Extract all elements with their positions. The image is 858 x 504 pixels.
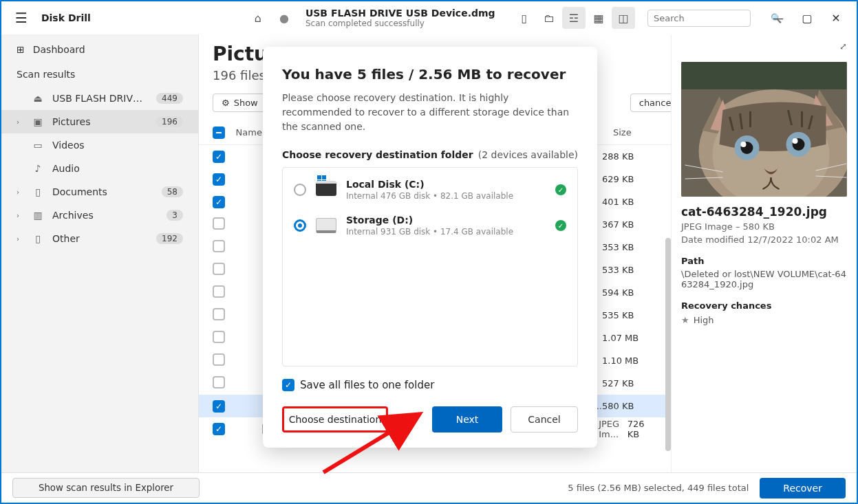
chances-filter-button[interactable]: chances xyxy=(630,94,671,112)
file-size: 288 KB xyxy=(602,151,657,162)
date-modified-label: Date modified xyxy=(681,234,744,245)
row-checkbox[interactable] xyxy=(213,308,225,320)
destination-local-disk[interactable]: Local Disk (C:) Internal 476 GB disk • 8… xyxy=(283,172,577,208)
minimize-button[interactable]: — xyxy=(764,7,792,29)
disk-icon xyxy=(316,218,336,233)
selection-status: 5 files (2.56 MB) selected, 449 files to… xyxy=(200,483,760,493)
chevron-right-icon[interactable]: › xyxy=(17,118,23,126)
preview-image xyxy=(681,62,847,197)
file-size: 580 KB xyxy=(602,401,657,411)
grid-view-icon[interactable]: ▦ xyxy=(587,7,610,29)
open-external-icon[interactable]: ⤢ xyxy=(839,41,847,52)
recover-button[interactable]: Recover xyxy=(760,478,846,498)
svg-point-9 xyxy=(793,138,798,144)
scrollbar[interactable] xyxy=(665,238,671,451)
show-in-explorer-button[interactable]: Show scan results in Explorer xyxy=(12,478,200,498)
chevron-right-icon[interactable]: › xyxy=(17,235,23,243)
row-checkbox[interactable]: ✓ xyxy=(213,400,225,413)
destination-storage[interactable]: Storage (D:) Internal 931 GB disk • 17.4… xyxy=(283,208,577,243)
sidebar-drive[interactable]: ⏏ USB FLASH DRIVE USB... 449 xyxy=(1,87,198,110)
check-icon: ✓ xyxy=(555,220,566,231)
destination-sub: Internal 931 GB disk • 17.4 GB available xyxy=(346,227,546,237)
row-checkbox[interactable] xyxy=(213,263,225,275)
close-button[interactable]: ✕ xyxy=(822,7,850,29)
row-checkbox[interactable] xyxy=(213,217,225,230)
preview-panel: ⤢ xyxy=(671,34,857,472)
hamburger-icon[interactable]: ☰ xyxy=(8,7,34,29)
destination-name: Local Disk (C:) xyxy=(346,179,546,190)
column-size[interactable]: Size xyxy=(613,127,657,138)
row-checkbox[interactable] xyxy=(213,376,225,388)
save-to-one-folder-checkbox[interactable]: ✓ xyxy=(282,379,294,391)
row-checkbox[interactable] xyxy=(213,353,225,366)
maximize-button[interactable]: ▢ xyxy=(793,7,821,29)
folder-icon[interactable]: 🗀 xyxy=(537,7,561,29)
file-size: 353 KB xyxy=(602,242,657,252)
documents-icon: ▯ xyxy=(32,186,44,197)
file-size: 535 KB xyxy=(602,310,657,320)
cancel-button[interactable]: Cancel xyxy=(511,406,578,432)
sidebar-item-documents[interactable]: › ▯ Documents 58 xyxy=(1,180,198,204)
column-name[interactable]: Name xyxy=(236,127,262,138)
search-field[interactable] xyxy=(654,13,771,23)
save-to-one-folder-label: Save all files to one folder xyxy=(300,379,434,391)
search-input[interactable]: 🔍 xyxy=(647,10,751,27)
file-size: 401 KB xyxy=(602,197,657,207)
home-icon[interactable]: ⌂ xyxy=(249,12,267,25)
drive-label: USB FLASH DRIVE USB... xyxy=(52,93,148,104)
row-checkbox[interactable]: ✓ xyxy=(213,423,225,435)
row-checkbox[interactable]: ✓ xyxy=(213,196,225,208)
destination-name: Storage (D:) xyxy=(346,215,546,226)
list-view-icon[interactable]: ☲ xyxy=(562,7,586,29)
next-button[interactable]: Next xyxy=(432,406,502,432)
star-icon: ★ xyxy=(681,315,689,325)
app-name: Disk Drill xyxy=(41,12,91,23)
dashboard-nav[interactable]: ⊞ Dashboard xyxy=(1,37,198,62)
file-size: 594 KB xyxy=(602,287,657,298)
radio-button[interactable] xyxy=(294,219,306,232)
row-checkbox[interactable]: ✓ xyxy=(213,151,225,163)
sidebar-item-videos[interactable]: ▭ Videos xyxy=(1,133,198,157)
choose-destination-button[interactable]: Choose destination xyxy=(282,406,388,432)
device-title: USB FLASH DRIVE USB Device.dmg xyxy=(305,8,495,19)
sidebar-item-audio[interactable]: ♪ Audio xyxy=(1,157,198,180)
pictures-icon: ▣ xyxy=(32,116,44,127)
file-icon[interactable]: ▯ xyxy=(513,7,536,29)
drive-icon: ⏏ xyxy=(32,93,44,104)
sidebar-item-other[interactable]: › ▯ Other 192 xyxy=(1,227,198,250)
destination-list: Local Disk (C:) Internal 476 GB disk • 8… xyxy=(282,167,578,366)
cat-image xyxy=(681,62,847,197)
dashboard-label: Dashboard xyxy=(33,44,85,55)
chevron-right-icon[interactable]: › xyxy=(17,188,23,196)
filter-icon: ⚙ xyxy=(222,98,230,108)
file-size: 1.10 MB xyxy=(602,355,657,366)
destination-label: Choose recovery destination folder xyxy=(282,149,473,160)
modal-title: You have 5 files / 2.56 MB to recover xyxy=(282,66,578,83)
row-checkbox[interactable] xyxy=(213,285,225,298)
path-value: \Deleted or lost\NEW VOLUME\cat-6463284_… xyxy=(681,269,847,289)
radio-button[interactable] xyxy=(294,184,306,196)
show-filter-button[interactable]: ⚙ Show xyxy=(213,94,267,112)
device-info: USB FLASH DRIVE USB Device.dmg Scan comp… xyxy=(305,8,495,28)
scan-results-label: Scan results xyxy=(1,62,198,87)
svg-point-6 xyxy=(741,142,747,147)
check-icon: ✓ xyxy=(555,184,566,195)
row-checkbox[interactable]: ✓ xyxy=(213,173,225,186)
preview-filename: cat-6463284_1920.jpg xyxy=(681,205,847,219)
panel-view-icon[interactable]: ◫ xyxy=(612,7,635,29)
sidebar-item-archives[interactable]: › ▥ Archives 3 xyxy=(1,204,198,227)
file-size: 527 KB xyxy=(602,378,657,388)
row-checkbox[interactable] xyxy=(213,331,225,343)
sidebar-item-pictures[interactable]: › ▣ Pictures 196 xyxy=(1,110,198,133)
modal-description: Please choose recovery destination. It i… xyxy=(282,91,578,134)
footer: Show scan results in Explorer 5 files (2… xyxy=(1,472,857,503)
file-size: 726 KB xyxy=(628,419,657,439)
select-all-checkbox[interactable] xyxy=(213,127,225,139)
file-size: 629 KB xyxy=(602,174,657,184)
other-icon: ▯ xyxy=(32,233,44,244)
destination-sub: Internal 476 GB disk • 82.1 GB available xyxy=(346,191,546,201)
preview-type-size: JPEG Image – 580 KB xyxy=(681,221,847,232)
chevron-right-icon[interactable]: › xyxy=(17,212,23,219)
row-checkbox[interactable] xyxy=(213,240,225,252)
audio-icon: ♪ xyxy=(32,163,44,174)
